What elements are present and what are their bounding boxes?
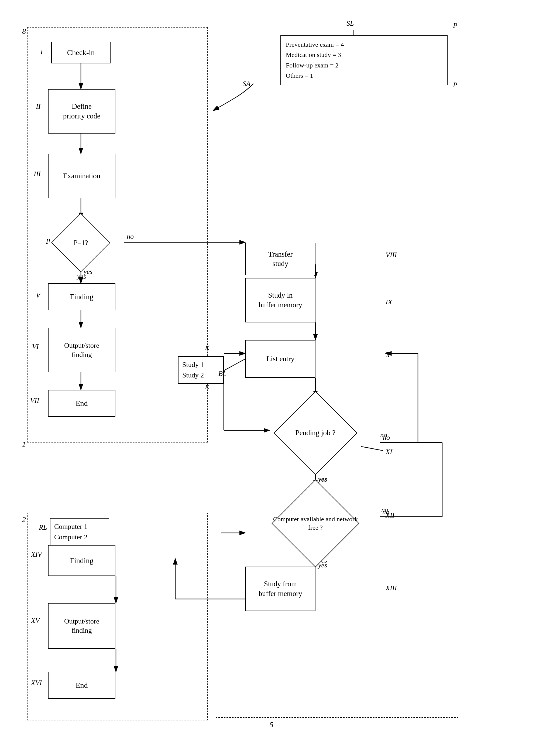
P-bottom-label: P <box>453 81 457 89</box>
roman-XI: XI <box>386 448 392 456</box>
list-entry-box: List entry <box>245 340 315 378</box>
roman-XIV: XIV <box>31 550 42 558</box>
finding-v-box: Finding <box>48 283 115 310</box>
roman-IX: IX <box>386 298 392 306</box>
output-store-vi-box: Output/store finding <box>48 328 115 372</box>
region-8-label: 8 <box>22 27 26 36</box>
K-bottom-label: K <box>205 383 210 391</box>
examination-box: Examination <box>48 154 115 198</box>
no-label-XI: no <box>380 431 387 439</box>
define-priority-box: Define priority code <box>48 89 115 134</box>
note-line-2: Medication study = 3 <box>286 50 442 60</box>
study-in-buffer-box: Study in buffer memory <box>245 278 315 323</box>
no-label-XII: no <box>381 506 388 514</box>
roman-XV: XV <box>31 617 40 625</box>
transfer-study-box: Transfer study <box>245 243 315 275</box>
computer-list-box: Computer 1 Computer 2 <box>50 518 109 546</box>
yes-label-XI: yes <box>318 475 327 483</box>
computer-list-line2: Computer 2 <box>54 532 105 542</box>
computer-list-line1: Computer 1 <box>54 521 105 532</box>
priority-note: Preventative exam = 4 Medication study =… <box>281 35 448 85</box>
study-list-line1: Study 1 <box>182 359 220 370</box>
roman-VII: VII <box>30 397 39 405</box>
roman-III: III <box>34 170 41 178</box>
end-xvi-box: End <box>48 672 115 699</box>
roman-XVI: XVI <box>31 679 42 687</box>
K-top-label: K <box>205 344 210 352</box>
region-1-label: 1 <box>22 440 26 449</box>
region-2-label: 2 <box>22 515 26 524</box>
roman-II: II <box>36 102 41 111</box>
check-in-box: Check-in <box>51 42 110 63</box>
end-vii-box: End <box>48 390 115 417</box>
roman-I: I <box>41 48 43 56</box>
yes-label-XII: yes <box>318 561 327 569</box>
P-top-label: P <box>453 21 457 30</box>
output-store-xv-box: Output/store finding <box>48 603 115 649</box>
SA-label: SA <box>243 80 250 88</box>
pending-job-diamond: Pending job ? <box>269 397 361 470</box>
p-equals-1-diamond: P=1? <box>50 218 112 267</box>
finding-xiv-box: Finding <box>48 545 115 576</box>
yes-label-IV: yes <box>77 273 86 281</box>
study-from-buffer-box: Study from buffer memory <box>245 567 315 611</box>
computer-available-diamond: Computer available and network free ? <box>269 486 361 561</box>
roman-V: V <box>36 291 40 299</box>
note-line-1: Preventative exam = 4 <box>286 40 442 50</box>
roman-X: X <box>386 351 390 359</box>
roman-VI: VI <box>32 343 39 351</box>
RL-label: RL <box>39 524 47 532</box>
study-list-line2: Study 2 <box>182 370 220 381</box>
region-5-label: 5 <box>269 720 273 729</box>
note-line-4: Others = 1 <box>286 70 442 81</box>
study-list-box: Study 1 Study 2 <box>178 356 224 384</box>
roman-VIII: VIII <box>386 251 397 259</box>
BL-label: BL <box>218 370 227 378</box>
roman-XIII: XIII <box>386 584 397 592</box>
SL-label: SL <box>346 19 354 27</box>
note-line-3: Follow-up exam = 2 <box>286 60 442 70</box>
